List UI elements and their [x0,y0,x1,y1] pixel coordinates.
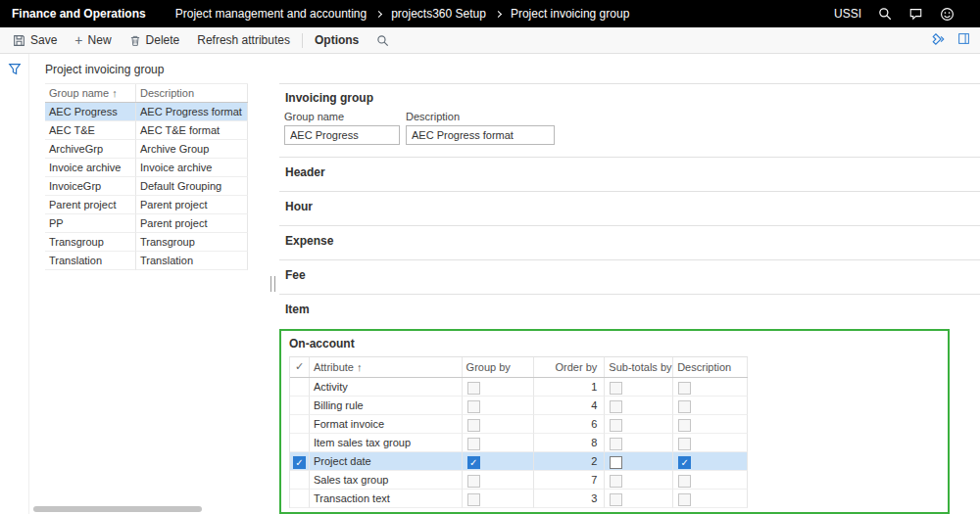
column-header-group-by[interactable]: Group by [463,357,535,377]
breadcrumb-item[interactable]: Project management and accounting [175,7,367,21]
group-description-cell[interactable]: Default Grouping [136,177,248,196]
column-header-sub-totals-by[interactable]: Sub-totals by [605,357,673,377]
column-header-order-by[interactable]: Order by [534,357,605,377]
refresh-attributes-button[interactable]: Refresh attributes [188,27,299,53]
group-name-cell[interactable]: ArchiveGrp [45,140,136,159]
order-by-cell[interactable]: 6 [534,415,605,434]
attribute-cell[interactable]: Transaction text [310,490,463,508]
checkbox-unchecked[interactable] [678,475,691,488]
group-row[interactable]: TransgroupTransgroup [45,233,248,252]
attribute-row[interactable]: ✓Project date✓2✓ [290,452,748,471]
app-title[interactable]: Finance and Operations [0,7,162,21]
group-description-cell[interactable]: AEC Progress format [136,103,248,121]
horizontal-scrollbar[interactable] [33,506,202,512]
group-row[interactable]: ArchiveGrpArchive Group [45,140,248,159]
order-by-cell[interactable]: 1 [534,378,605,397]
checkbox-unchecked[interactable] [467,475,480,488]
attribute-cell[interactable]: Format invoice [310,415,463,434]
group-row[interactable]: AEC ProgressAEC Progress format [45,103,248,121]
group-by-cell[interactable]: ✓ [463,452,535,471]
group-description-cell[interactable]: Parent project [136,196,248,214]
group-name-cell[interactable]: InvoiceGrp [45,177,136,196]
checkbox-unchecked[interactable] [678,419,691,432]
checkbox-unchecked[interactable] [610,456,622,469]
row-selector-cell[interactable] [290,378,310,397]
filter-funnel-icon[interactable] [8,62,22,78]
description-cell[interactable]: ✓ [673,452,748,471]
delete-button[interactable]: Delete [121,27,189,53]
group-name-cell[interactable]: AEC Progress [45,103,136,121]
section-header-hour[interactable]: Hour [279,191,980,225]
order-by-cell[interactable]: 8 [534,434,605,452]
group-name-cell[interactable]: Parent project [45,196,136,214]
column-header-description[interactable]: Description [673,357,748,377]
row-selector-cell[interactable]: ✓ [290,452,310,471]
order-by-cell[interactable]: 3 [534,490,605,508]
attribute-cell[interactable]: Item sales tax group [310,434,463,452]
group-description-cell[interactable]: Archive Group [136,140,248,159]
checkbox-unchecked[interactable] [610,419,622,432]
column-header-group-name[interactable]: Group name ↑ [45,84,136,102]
attribute-row[interactable]: Transaction text3 [290,490,748,508]
message-icon[interactable] [908,7,923,21]
new-button[interactable]: + New [66,27,120,53]
group-name-cell[interactable]: PP [45,214,136,233]
sub-totals-by-cell[interactable] [605,471,673,490]
order-by-cell[interactable]: 7 [534,471,605,490]
group-description-cell[interactable]: Invoice archive [136,159,248,177]
description-cell[interactable] [673,434,748,452]
row-selector-cell[interactable] [290,490,310,508]
attribute-row[interactable]: Item sales tax group8 [290,434,748,452]
description-cell[interactable] [673,378,748,397]
feedback-smiley-icon[interactable] [940,7,955,22]
attribute-row[interactable]: Format invoice6 [290,415,748,434]
group-row[interactable]: AEC T&EAEC T&E format [45,121,248,140]
description-cell[interactable] [673,490,748,508]
sub-totals-by-cell[interactable] [605,397,673,415]
checkbox-unchecked[interactable] [678,438,691,450]
side-panel-toggle-icon[interactable] [957,32,970,48]
select-all-checkbox[interactable]: ✓ [290,357,310,377]
group-description-cell[interactable]: Translation [136,252,248,270]
checkbox-unchecked[interactable] [467,400,480,413]
group-name-cell[interactable]: Translation [45,252,136,270]
checkbox-unchecked[interactable] [610,493,622,506]
personalization-icon[interactable] [931,32,946,49]
checkbox-unchecked[interactable] [610,382,622,395]
group-row[interactable]: InvoiceGrpDefault Grouping [45,177,248,196]
group-name-cell[interactable]: Transgroup [45,233,136,252]
row-selector-cell[interactable] [290,471,310,490]
group-row[interactable]: TranslationTranslation [45,252,248,270]
sub-totals-by-cell[interactable] [605,415,673,434]
group-description-cell[interactable]: Transgroup [136,233,248,252]
options-tab[interactable]: Options [306,27,368,53]
attribute-cell[interactable]: Billing rule [310,397,463,415]
breadcrumb-item[interactable]: projects360 Setup [391,7,486,21]
checkbox-checked[interactable]: ✓ [678,456,691,469]
group-description-cell[interactable]: AEC T&E format [136,121,248,140]
checkbox-unchecked[interactable] [678,493,691,506]
group-row[interactable]: Invoice archiveInvoice archive [45,159,248,177]
description-input[interactable] [406,125,555,145]
checkbox-unchecked[interactable] [467,438,480,450]
checkbox-checked[interactable]: ✓ [467,456,480,469]
section-header-item[interactable]: Item [279,294,980,328]
attribute-row[interactable]: Billing rule4 [290,397,748,415]
company-selector[interactable]: USSI [834,7,861,21]
group-name-cell[interactable]: Invoice archive [45,159,136,177]
toolbar-search-button[interactable] [368,27,398,53]
order-by-cell[interactable]: 4 [534,397,605,415]
sub-totals-by-cell[interactable] [605,434,673,452]
column-header-attribute[interactable]: Attribute ↑ [310,357,463,377]
checkbox-checked[interactable]: ✓ [293,456,306,469]
attribute-cell[interactable]: Activity [310,378,463,397]
attribute-row[interactable]: Activity1 [290,378,748,397]
breadcrumb-item[interactable]: Project invoicing group [511,7,629,21]
description-cell[interactable] [673,415,748,434]
group-description-cell[interactable]: Parent project [136,214,248,233]
checkbox-unchecked[interactable] [678,382,691,395]
section-header-expense[interactable]: Expense [279,225,980,259]
description-cell[interactable] [673,397,748,415]
section-header-on-account[interactable]: On-account [287,335,942,356]
attribute-cell[interactable]: Project date [310,452,463,471]
